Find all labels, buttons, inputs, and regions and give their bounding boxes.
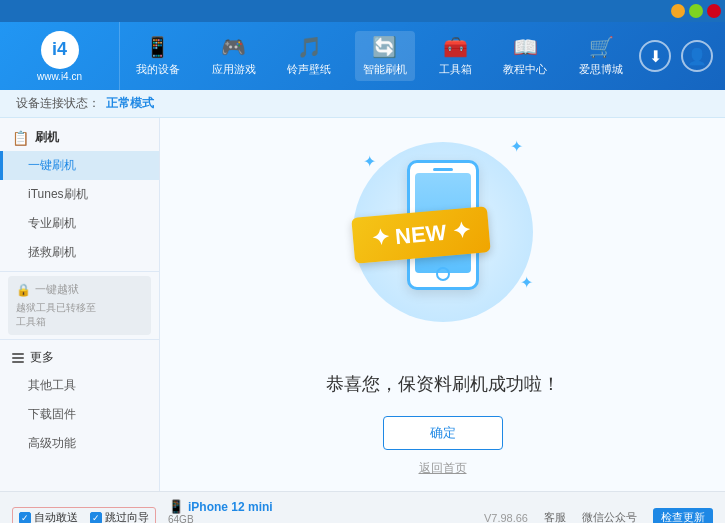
phone-speaker [433, 168, 453, 171]
apps-games-icon: 🎮 [221, 35, 246, 59]
jailbreak-header: 🔒 一键越狱 [16, 282, 143, 297]
ringtones-icon: 🎵 [297, 35, 322, 59]
nav-smart-store[interactable]: 🔄 智能刷机 [355, 31, 415, 81]
maximize-button[interactable] [689, 4, 703, 18]
account-button[interactable]: 👤 [681, 40, 713, 72]
sidebar-divider-2 [0, 339, 159, 340]
more-section-header: 更多 [0, 344, 159, 371]
sparkle-3: ✦ [520, 273, 533, 292]
header: i4 www.i4.cn 📱 我的设备 🎮 应用游戏 🎵 铃声壁纸 🔄 智能刷机… [0, 22, 725, 90]
footer-right: V7.98.66 客服 微信公众号 检查更新 [484, 508, 713, 523]
logo-area: i4 www.i4.cn [0, 22, 120, 90]
sidebar-item-other-tools[interactable]: 其他工具 [0, 371, 159, 400]
version-label: V7.98.66 [484, 512, 528, 524]
sidebar-item-pro-flash[interactable]: 专业刷机 [0, 209, 159, 238]
nav-mom-store[interactable]: 🛒 爱思博城 [571, 31, 631, 81]
status-label: 设备连接状态： [16, 95, 100, 112]
sidebar-item-advanced[interactable]: 高级功能 [0, 429, 159, 458]
logo-icon: i4 [41, 31, 79, 69]
nav-ringtones-label: 铃声壁纸 [287, 62, 331, 77]
download-firmware-label: 下载固件 [28, 407, 76, 421]
mom-store-icon: 🛒 [589, 35, 614, 59]
status-value: 正常模式 [106, 95, 154, 112]
pro-flash-label: 专业刷机 [28, 216, 76, 230]
jailbreak-section: 🔒 一键越狱 越狱工具已转移至工具箱 [8, 276, 151, 335]
nav-tutorial-label: 教程中心 [503, 62, 547, 77]
checkbox-group: ✓ 自动敢送 ✓ 跳过向导 [12, 507, 156, 523]
toolbox-icon: 🧰 [443, 35, 468, 59]
nav-right-actions: ⬇ 👤 [639, 40, 725, 72]
nav-toolbox[interactable]: 🧰 工具箱 [431, 31, 480, 81]
sidebar-divider-1 [0, 271, 159, 272]
nav-apps-games[interactable]: 🎮 应用游戏 [204, 31, 264, 81]
sparkle-2: ✦ [510, 137, 523, 156]
skip-wizard-check-icon: ✓ [90, 512, 102, 524]
sidebar-item-download-firmware[interactable]: 下载固件 [0, 400, 159, 429]
download-button[interactable]: ⬇ [639, 40, 671, 72]
nav-apps-games-label: 应用游戏 [212, 62, 256, 77]
auto-send-checkbox[interactable]: ✓ 自动敢送 [19, 510, 78, 523]
lock-icon: 🔒 [16, 283, 31, 297]
confirm-button[interactable]: 确定 [383, 416, 503, 450]
sidebar-item-one-key-flash[interactable]: 一键刷机 [0, 151, 159, 180]
tutorial-icon: 📖 [513, 35, 538, 59]
one-key-flash-label: 一键刷机 [28, 158, 76, 172]
more-section-label: 更多 [30, 349, 54, 366]
nav-smart-store-label: 智能刷机 [363, 62, 407, 77]
nav-toolbox-label: 工具箱 [439, 62, 472, 77]
footer-device-row: ✓ 自动敢送 ✓ 跳过向导 📱 iPhone 12 mini 64GB Down… [0, 491, 725, 523]
titlebar [0, 0, 725, 22]
smart-store-icon: 🔄 [372, 35, 397, 59]
sparkle-1: ✦ [363, 152, 376, 171]
auto-send-label: 自动敢送 [34, 510, 78, 523]
skip-wizard-checkbox[interactable]: ✓ 跳过向导 [90, 510, 149, 523]
flash-section-label: 刷机 [35, 129, 59, 146]
main-layout: 📋 刷机 一键刷机 iTunes刷机 专业刷机 拯救刷机 🔒 一键越狱 越狱工具… [0, 118, 725, 491]
skip-wizard-label: 跳过向导 [105, 510, 149, 523]
my-device-icon: 📱 [145, 35, 170, 59]
content-area: ✦ ✦ ✦ ✦ NEW ✦ 恭喜您，保资料刷机成功啦！ 确定 返回首页 [160, 118, 725, 491]
status-bar: 设备连接状态： 正常模式 [0, 90, 725, 118]
home-link[interactable]: 返回首页 [419, 460, 467, 477]
nav-mom-store-label: 爱思博城 [579, 62, 623, 77]
jailbreak-label: 一键越狱 [35, 282, 79, 297]
jailbreak-note: 越狱工具已转移至工具箱 [16, 301, 143, 329]
success-message: 恭喜您，保资料刷机成功啦！ [326, 372, 560, 396]
phone-home-btn [436, 267, 450, 281]
flash-section-icon: 📋 [12, 130, 29, 146]
nav-ringtones[interactable]: 🎵 铃声壁纸 [279, 31, 339, 81]
device-name: iPhone 12 mini [188, 500, 273, 514]
nav-menu: 📱 我的设备 🎮 应用游戏 🎵 铃声壁纸 🔄 智能刷机 🧰 工具箱 📖 教程中心… [120, 22, 639, 90]
nav-my-device-label: 我的设备 [136, 62, 180, 77]
sidebar-item-itunes-flash[interactable]: iTunes刷机 [0, 180, 159, 209]
device-info: 📱 iPhone 12 mini 64GB Down-12mini-13,1 [168, 499, 273, 523]
itunes-flash-label: iTunes刷机 [28, 187, 88, 201]
flash-section-header: 📋 刷机 [0, 124, 159, 151]
mic-flash-label: 拯救刷机 [28, 245, 76, 259]
advanced-label: 高级功能 [28, 436, 76, 450]
phone-icon: 📱 [168, 499, 184, 514]
close-button[interactable] [707, 4, 721, 18]
logo-subtitle: www.i4.cn [37, 71, 82, 82]
sidebar: 📋 刷机 一键刷机 iTunes刷机 专业刷机 拯救刷机 🔒 一键越狱 越狱工具… [0, 118, 160, 491]
other-tools-label: 其他工具 [28, 378, 76, 392]
minimize-button[interactable] [671, 4, 685, 18]
nav-tutorial[interactable]: 📖 教程中心 [495, 31, 555, 81]
wechat-public-link[interactable]: 微信公众号 [582, 510, 637, 523]
nav-my-device[interactable]: 📱 我的设备 [128, 31, 188, 81]
success-illustration: ✦ ✦ ✦ ✦ NEW ✦ [343, 132, 543, 352]
auto-send-check-icon: ✓ [19, 512, 31, 524]
device-storage: 64GB [168, 514, 273, 523]
customer-service-link[interactable]: 客服 [544, 510, 566, 523]
sidebar-item-mic-flash[interactable]: 拯救刷机 [0, 238, 159, 267]
more-icon [12, 353, 24, 363]
update-button[interactable]: 检查更新 [653, 508, 713, 523]
